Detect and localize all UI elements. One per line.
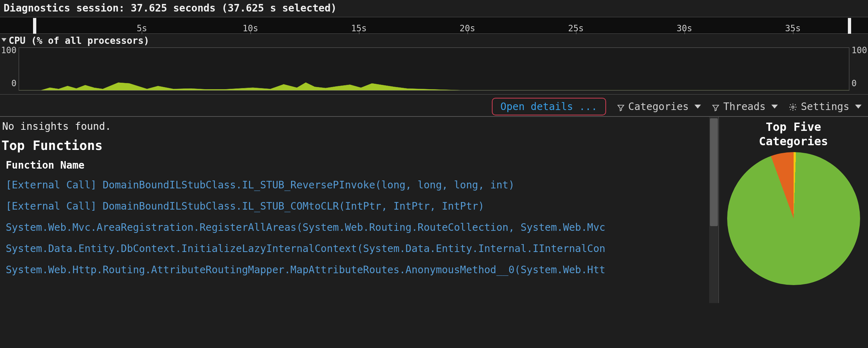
categories-filter-dropdown[interactable]: Categories (617, 101, 701, 113)
cpu-y-axis-left: 100 0 (0, 47, 19, 91)
chevron-down-icon (771, 105, 778, 109)
title-line-1: Top Five (766, 120, 821, 134)
categories-label: Categories (628, 101, 689, 113)
gear-icon (789, 102, 797, 111)
ruler-tick: 35s (785, 23, 800, 33)
top-functions-title: Top Functions (1, 136, 715, 159)
details-toolbar: Open details ... Categories Threads Sett… (0, 95, 868, 116)
y-min-label: 0 (11, 78, 17, 88)
chevron-down-icon (694, 105, 701, 109)
ruler-tick: 5s (137, 23, 147, 33)
cpu-header-label: CPU (% of all processors) (9, 35, 149, 46)
cpu-pane-header[interactable]: CPU (% of all processors) (0, 34, 868, 47)
svg-point-0 (792, 106, 794, 108)
function-row[interactable]: System.Web.Http.Routing.AttributeRouting… (1, 261, 715, 282)
function-row[interactable]: [External Call] DomainBoundILStubClass.I… (1, 176, 715, 197)
top-categories-title: Top Five Categories (722, 120, 865, 148)
top-functions-pane: No insights found. Top Functions Functio… (0, 117, 719, 303)
ruler-tick: 25s (568, 23, 583, 33)
ruler-tick: 20s (460, 23, 475, 33)
function-row[interactable]: [External Call] DomainBoundILStubClass.I… (1, 197, 715, 219)
function-row[interactable]: System.Web.Mvc.AreaRegistration.Register… (1, 219, 715, 240)
ruler-tick: 10s (243, 23, 258, 33)
y-max-label: 100 (1, 45, 17, 55)
settings-dropdown[interactable]: Settings (789, 101, 862, 113)
function-row[interactable]: System.Data.Entity.DbContext.InitializeL… (1, 240, 715, 261)
chevron-down-icon (855, 105, 862, 109)
cpu-pane: CPU (% of all processors) 100 0 100 0 (0, 33, 868, 95)
session-title: Diagnostics session: 37.625 seconds (37.… (0, 0, 868, 17)
filter-icon (617, 102, 625, 110)
ruler-tick: 30s (677, 23, 692, 33)
timeline-ruler[interactable]: 5s 10s 15s 20s 25s 30s 35s (0, 17, 868, 33)
open-details-link[interactable]: Open details ... (492, 98, 606, 115)
threads-filter-dropdown[interactable]: Threads (712, 101, 778, 113)
title-line-2: Categories (759, 134, 828, 148)
settings-label: Settings (801, 101, 849, 113)
top-categories-pie-chart[interactable] (727, 152, 860, 285)
ruler-tick: 15s (351, 23, 366, 33)
filter-icon (712, 102, 720, 110)
top-categories-pane: Top Five Categories (719, 117, 868, 303)
cpu-usage-graph[interactable] (19, 47, 849, 91)
vertical-scrollbar[interactable] (709, 117, 719, 303)
cpu-y-axis-right: 100 0 (849, 47, 868, 91)
selection-start-handle[interactable] (33, 18, 36, 34)
selection-end-handle[interactable] (848, 18, 851, 34)
expand-icon (1, 38, 6, 42)
y-min-label: 0 (851, 78, 857, 88)
no-insights-message: No insights found. (1, 119, 715, 136)
function-name-column-header[interactable]: Function Name (1, 159, 715, 176)
threads-label: Threads (723, 101, 766, 113)
scrollbar-thumb[interactable] (710, 118, 718, 226)
y-max-label: 100 (851, 45, 867, 55)
